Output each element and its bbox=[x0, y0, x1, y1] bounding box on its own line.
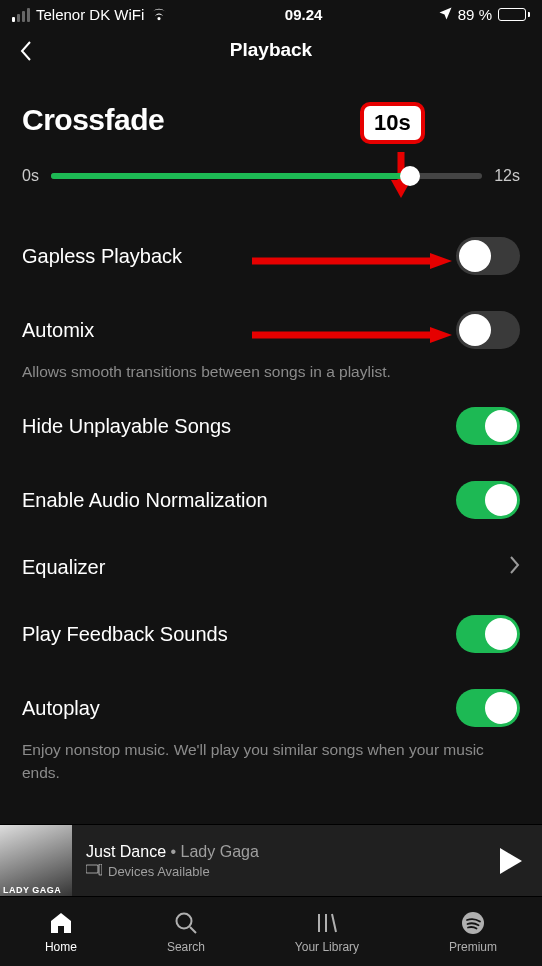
page-title: Playback bbox=[230, 39, 312, 61]
now-playing-song: Just Dance bbox=[86, 843, 166, 860]
chevron-right-icon bbox=[508, 555, 520, 579]
label-automix: Automix bbox=[22, 319, 94, 342]
play-button[interactable] bbox=[496, 846, 524, 876]
status-bar: Telenor DK WiFi 09.24 89 % bbox=[0, 0, 542, 25]
slider-max-label: 12s bbox=[494, 167, 520, 185]
toggle-hide-unplayable[interactable] bbox=[456, 407, 520, 445]
location-icon bbox=[439, 6, 452, 23]
annotation-arrow-right-icon bbox=[252, 251, 426, 261]
bottom-nav: Home Search Your Library Premium bbox=[0, 896, 542, 966]
album-art-caption: LADY GAGA bbox=[3, 885, 61, 895]
now-playing-artist: Lady Gaga bbox=[181, 843, 259, 860]
devices-icon bbox=[86, 864, 102, 879]
row-hide-unplayable: Hide Unplayable Songs bbox=[22, 389, 520, 463]
slider-thumb[interactable] bbox=[400, 166, 420, 186]
label-hide-unplayable: Hide Unplayable Songs bbox=[22, 415, 231, 438]
status-time: 09.24 bbox=[285, 6, 323, 23]
svg-rect-7 bbox=[99, 864, 102, 875]
row-gapless: Gapless Playback bbox=[22, 219, 520, 293]
now-playing-bar[interactable]: LADY GAGA Just Dance • Lady Gaga Devices… bbox=[0, 824, 542, 896]
devices-available[interactable]: Devices Available bbox=[86, 864, 496, 879]
nav-premium[interactable]: Premium bbox=[449, 910, 497, 954]
toggle-feedback[interactable] bbox=[456, 615, 520, 653]
spotify-icon bbox=[460, 910, 486, 936]
back-button[interactable] bbox=[18, 39, 34, 67]
svg-marker-3 bbox=[430, 253, 452, 269]
home-icon bbox=[48, 910, 74, 936]
desc-autoplay: Enjoy nonstop music. We'll play you simi… bbox=[22, 739, 520, 784]
crossfade-slider[interactable] bbox=[51, 173, 482, 179]
toggle-normalize[interactable] bbox=[456, 481, 520, 519]
annotation-callout: 10s bbox=[360, 102, 425, 144]
now-playing-separator: • bbox=[166, 843, 181, 860]
library-icon bbox=[314, 910, 340, 936]
row-equalizer[interactable]: Equalizer bbox=[22, 537, 520, 597]
page-header: Playback bbox=[0, 25, 542, 81]
row-normalize: Enable Audio Normalization bbox=[22, 463, 520, 537]
annotation-arrow-right-icon bbox=[252, 325, 426, 335]
label-gapless: Gapless Playback bbox=[22, 245, 182, 268]
nav-home-label: Home bbox=[45, 940, 77, 954]
devices-label: Devices Available bbox=[108, 864, 210, 879]
label-feedback: Play Feedback Sounds bbox=[22, 623, 228, 646]
wifi-icon bbox=[150, 8, 168, 21]
nav-search[interactable]: Search bbox=[167, 910, 205, 954]
section-title-crossfade: Crossfade bbox=[22, 103, 520, 137]
nav-home[interactable]: Home bbox=[45, 910, 77, 954]
label-normalize: Enable Audio Normalization bbox=[22, 489, 268, 512]
battery-pct: 89 % bbox=[458, 6, 492, 23]
cell-signal-icon bbox=[12, 8, 30, 22]
toggle-automix[interactable] bbox=[456, 311, 520, 349]
row-automix: Automix bbox=[22, 293, 520, 367]
nav-search-label: Search bbox=[167, 940, 205, 954]
row-autoplay: Autoplay bbox=[22, 671, 520, 745]
svg-point-9 bbox=[176, 913, 191, 928]
nav-library[interactable]: Your Library bbox=[295, 910, 359, 954]
search-icon bbox=[173, 910, 199, 936]
svg-line-10 bbox=[190, 927, 196, 933]
label-autoplay: Autoplay bbox=[22, 697, 100, 720]
nav-premium-label: Premium bbox=[449, 940, 497, 954]
nav-library-label: Your Library bbox=[295, 940, 359, 954]
svg-line-13 bbox=[332, 914, 336, 932]
now-playing-text: Just Dance • Lady Gaga Devices Available bbox=[72, 843, 496, 879]
svg-rect-6 bbox=[86, 865, 98, 873]
album-art: LADY GAGA bbox=[0, 825, 72, 897]
label-equalizer: Equalizer bbox=[22, 556, 105, 579]
row-feedback: Play Feedback Sounds bbox=[22, 597, 520, 671]
svg-marker-5 bbox=[430, 327, 452, 343]
toggle-gapless[interactable] bbox=[456, 237, 520, 275]
svg-marker-8 bbox=[500, 848, 522, 874]
slider-min-label: 0s bbox=[22, 167, 39, 185]
battery-icon bbox=[498, 8, 530, 21]
toggle-autoplay[interactable] bbox=[456, 689, 520, 727]
carrier-label: Telenor DK WiFi bbox=[36, 6, 144, 23]
crossfade-slider-row: 0s 12s bbox=[22, 167, 520, 185]
